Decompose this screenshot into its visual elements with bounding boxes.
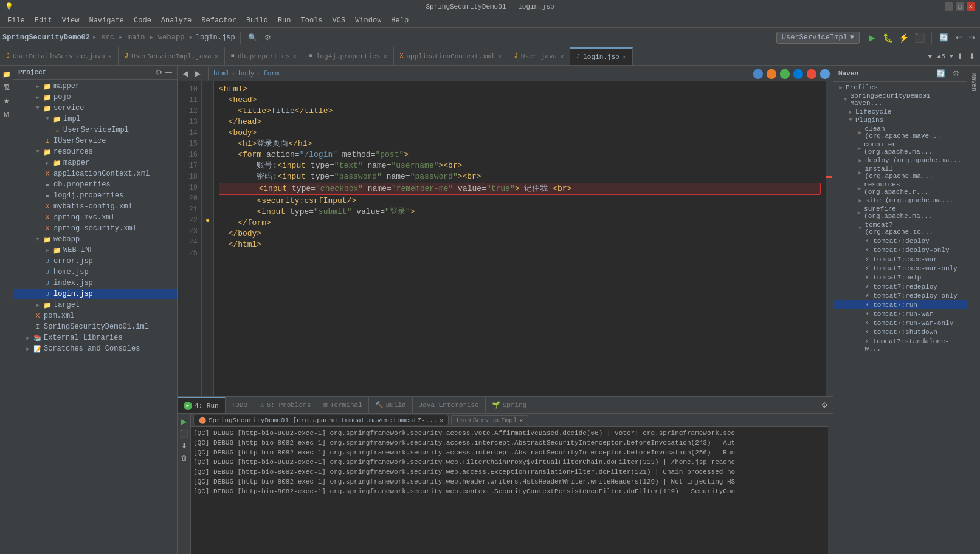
tab-close-btn[interactable]: ✕ bbox=[383, 53, 387, 60]
maven-vertical-label[interactable]: Maven bbox=[969, 68, 978, 96]
menu-item-navigate[interactable]: Navigate bbox=[84, 15, 129, 26]
bottom-tab-todo[interactable]: TODO bbox=[226, 397, 254, 413]
tree-item-pojo[interactable]: ▶ 📁 pojo bbox=[13, 92, 177, 103]
maven-item-tomcat7-exec-war-only[interactable]: ⚡ tomcat7:exec-war-only bbox=[833, 264, 967, 273]
maximize-button[interactable]: □ bbox=[956, 2, 964, 11]
run-scroll-btn[interactable]: ⬇ bbox=[179, 440, 190, 451]
maven-refresh-btn[interactable]: 🔄 bbox=[934, 68, 948, 79]
toolbar-search-btn[interactable]: 🔍 bbox=[246, 32, 260, 43]
maven-item-tomcat7-standalone[interactable]: ⚡ tomcat7:standalone-w... bbox=[833, 337, 967, 353]
tree-item-login-jsp[interactable]: J login.jsp bbox=[13, 289, 177, 299]
tab-db-properties[interactable]: ≡ db.properties ✕ bbox=[225, 47, 303, 65]
maven-item-plugins[interactable]: ▼ Plugins bbox=[833, 116, 967, 125]
tree-item-service[interactable]: ▼ 📁 service bbox=[13, 103, 177, 114]
tab-userserviceimpl[interactable]: J UserServiceImpl.java ✕ bbox=[119, 47, 225, 65]
bottom-tab-run[interactable]: ▶ 4: Run bbox=[178, 397, 226, 413]
run-button[interactable]: ▶ bbox=[864, 30, 879, 45]
stop-button[interactable]: ⬛ bbox=[912, 30, 927, 45]
structure-icon-btn[interactable]: 🏗 bbox=[1, 81, 13, 94]
tree-item-target[interactable]: ▶ 📁 target bbox=[13, 299, 177, 310]
safari-icon[interactable]: ⬤ bbox=[820, 67, 830, 80]
sidebar-minimize-btn[interactable]: — bbox=[165, 68, 172, 77]
menu-item-file[interactable]: File bbox=[2, 15, 30, 26]
menu-item-tools[interactable]: Tools bbox=[296, 15, 328, 26]
run-stop-btn[interactable]: ⬛ bbox=[178, 428, 191, 439]
tab-close-btn[interactable]: ✕ bbox=[293, 53, 297, 60]
tree-item-appcontext[interactable]: X applicationContext.xml bbox=[13, 168, 177, 179]
tree-item-iuserservice[interactable]: I IUserService bbox=[13, 135, 177, 146]
maven-item-deploy[interactable]: ▶ deploy (org.apache.ma... bbox=[833, 156, 967, 165]
maven-item-tomcat7-run-war[interactable]: ⚡ tomcat7:run-war bbox=[833, 309, 967, 318]
menu-item-code[interactable]: Code bbox=[129, 15, 156, 26]
ie-icon[interactable]: ⬤ bbox=[806, 67, 817, 80]
redo-btn[interactable]: ↪ bbox=[967, 32, 978, 43]
tree-item-log4j-prop[interactable]: ≡ log4j.properties bbox=[13, 190, 177, 201]
tree-item-impl[interactable]: ▼ 📁 impl bbox=[13, 114, 177, 125]
tree-item-mapper1[interactable]: ▶ 📁 mapper bbox=[13, 81, 177, 92]
tab-user-java[interactable]: J User.java ✕ bbox=[508, 47, 570, 65]
debug-button[interactable]: 🐛 bbox=[880, 30, 895, 45]
maven-item-clean[interactable]: ▶ clean (org.apache.mave... bbox=[833, 125, 967, 140]
run-subtab-userservice[interactable]: UserServiceImpl ✕ bbox=[451, 415, 528, 425]
tree-item-userserviceimpl[interactable]: ☕ UserServiceImpl bbox=[13, 125, 177, 135]
edge-icon[interactable]: ⬤ bbox=[793, 67, 804, 80]
tab-log4j-properties[interactable]: ≡ log4j.properties ✕ bbox=[303, 47, 394, 65]
run-subtab-close2-icon[interactable]: ✕ bbox=[519, 417, 523, 424]
bottom-tab-spring[interactable]: 🌱 Spring bbox=[486, 397, 534, 413]
tree-item-index-jsp[interactable]: J index.jsp bbox=[13, 278, 177, 289]
maven-item-tomcat7-shutdown[interactable]: ⚡ tomcat7:shutdown bbox=[833, 327, 967, 337]
chrome-icon[interactable]: ⬤ bbox=[753, 67, 764, 80]
tree-item-spring-mvc-xml[interactable]: X spring-mvc.xml bbox=[13, 212, 177, 223]
minimize-button[interactable]: — bbox=[945, 2, 953, 11]
tab-close-btn[interactable]: ✕ bbox=[623, 53, 626, 61]
tab-close-btn[interactable]: ✕ bbox=[215, 53, 218, 60]
maven-item-site[interactable]: ▶ site (org.apache.ma... bbox=[833, 196, 967, 205]
code-content[interactable]: <html> <head> <title>Title</title> </hea… bbox=[214, 81, 826, 396]
maven-item-tomcat7-run[interactable]: ⚡ tomcat7:run bbox=[833, 300, 967, 309]
maven-item-tomcat7-redeploy[interactable]: ⚡ tomcat7:redeploy bbox=[833, 282, 967, 291]
project-icon-btn[interactable]: 📁 bbox=[1, 68, 13, 80]
menu-item-analyze[interactable]: Analyze bbox=[156, 15, 196, 26]
tree-item-db-prop[interactable]: ≡ db.properties bbox=[13, 179, 177, 190]
maven-item-tomcat7[interactable]: ▼ tomcat7 (org.apache.to... bbox=[833, 221, 967, 236]
undo-btn[interactable]: ↩ bbox=[953, 32, 964, 43]
update-btn[interactable]: 🔄 bbox=[937, 32, 951, 43]
maven-item-install[interactable]: ▶ install (org.apache.ma... bbox=[833, 165, 967, 180]
menu-item-edit[interactable]: Edit bbox=[30, 15, 57, 26]
breadcrumb-html[interactable]: html bbox=[213, 70, 229, 77]
run-config-dropdown[interactable]: UserServiceImpl ▼ bbox=[776, 32, 860, 44]
editor-back-btn[interactable]: ◀ bbox=[180, 68, 190, 79]
tree-item-pom-xml[interactable]: X pom.xml bbox=[13, 310, 177, 321]
fav-icon-btn[interactable]: ★ bbox=[1, 95, 13, 107]
tree-item-iml[interactable]: I SpringSecurityDemo01.iml bbox=[13, 321, 177, 332]
menu-item-help[interactable]: Help bbox=[386, 15, 413, 26]
sidebar-add-btn[interactable]: + bbox=[149, 68, 153, 77]
firefox-icon[interactable]: ⬤ bbox=[766, 67, 777, 80]
tree-item-resources[interactable]: ▼ 📁 resources bbox=[13, 146, 177, 157]
maven-item-profiles[interactable]: ▶ Profiles bbox=[833, 83, 967, 92]
run-coverage-btn[interactable]: ⚡ bbox=[896, 30, 911, 45]
run-subtab-tomcat[interactable]: ⬤ SpringSecurityDemo01 [org.apache.tomca… bbox=[193, 415, 449, 425]
maven-item-project[interactable]: ▼ SpringSecurityDemo01 Maven... bbox=[833, 92, 967, 108]
maven-item-tomcat7-deploy-only[interactable]: ⚡ tomcat7:deploy-only bbox=[833, 245, 967, 255]
maven-item-tomcat7-exec-war[interactable]: ⚡ tomcat7:exec-war bbox=[833, 255, 967, 264]
breadcrumb-form[interactable]: form bbox=[263, 70, 279, 77]
run-log-content[interactable]: [QC] DEBUG [http-bio-8082-exec-1] org.sp… bbox=[191, 427, 828, 554]
menu-item-refactor[interactable]: Refactor bbox=[196, 15, 241, 26]
tree-item-home-jsp[interactable]: J home.jsp bbox=[13, 267, 177, 278]
bottom-tab-problems[interactable]: ⚠ 6: Problems bbox=[254, 397, 317, 413]
run-restart-btn[interactable]: ▶ bbox=[179, 416, 189, 427]
window-controls[interactable]: — □ ✕ bbox=[945, 2, 975, 11]
maven-item-surefire[interactable]: ▶ surefire (org.apache.ma... bbox=[833, 205, 967, 221]
maven-settings-btn[interactable]: ⚙ bbox=[950, 68, 962, 79]
menu-item-build[interactable]: Build bbox=[241, 15, 273, 26]
close-button[interactable]: ✕ bbox=[967, 2, 975, 11]
tree-item-mapper2[interactable]: ▶ 📁 mapper bbox=[13, 157, 177, 168]
maven-item-tomcat7-deploy[interactable]: ⚡ tomcat7:deploy bbox=[833, 236, 967, 245]
bottom-tab-terminal[interactable]: ⊞ Terminal bbox=[317, 397, 368, 413]
maven-item-resources[interactable]: ▶ resources (org.apache.r... bbox=[833, 180, 967, 196]
tab-userdetailsservice[interactable]: J UserDetailsService.java ✕ bbox=[0, 47, 119, 65]
tree-item-ext-libs[interactable]: ▶ 📚 External Libraries bbox=[13, 332, 177, 343]
maven-item-tomcat7-run-war-only[interactable]: ⚡ tomcat7:run-war-only bbox=[833, 318, 967, 327]
bottom-tab-build[interactable]: 🔨 Build bbox=[369, 397, 413, 413]
